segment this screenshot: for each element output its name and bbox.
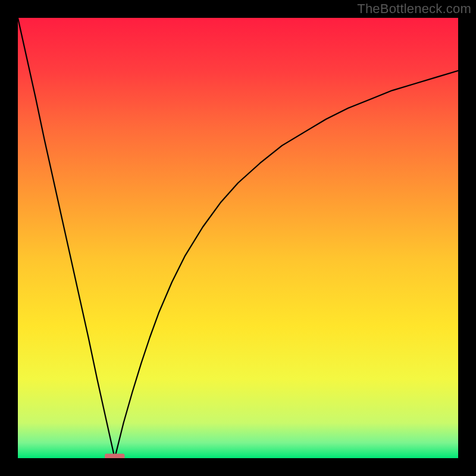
chart-frame: TheBottleneck.com — [0, 0, 476, 476]
chart-background — [18, 18, 458, 458]
plot-area — [18, 18, 458, 458]
min-marker — [105, 454, 124, 458]
watermark-text: TheBottleneck.com — [357, 1, 471, 17]
chart-marker — [105, 454, 124, 458]
chart-svg — [18, 18, 458, 458]
